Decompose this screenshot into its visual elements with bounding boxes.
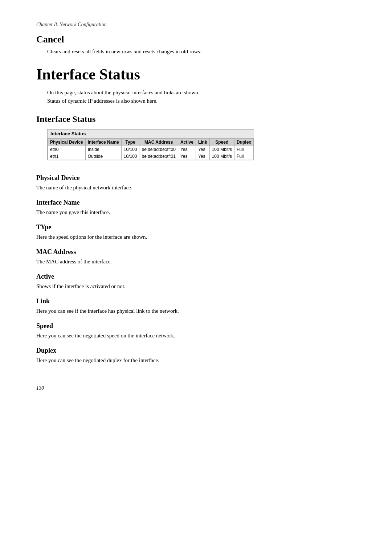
- page-number: 130: [36, 385, 356, 391]
- col-header-mac-address: MAC Address: [139, 139, 178, 146]
- active-description: Shows if the interface is activated or n…: [36, 283, 356, 290]
- table-cell: 10/100: [121, 153, 139, 160]
- table-cell: 100 Mbit/s: [209, 153, 234, 160]
- table-cell: Yes: [178, 153, 196, 160]
- interface-name-title: Interface Name: [36, 199, 356, 206]
- cancel-title: Cancel: [36, 34, 356, 45]
- col-header-duplex: Duplex: [234, 139, 253, 146]
- table-body: eth0Inside10/100be:de:ad:be:af:00YesYes1…: [48, 146, 254, 160]
- col-header-type: Type: [121, 139, 139, 146]
- col-header-speed: Speed: [209, 139, 234, 146]
- physical-device-description: The name of the physical network interfa…: [36, 185, 356, 191]
- table-cell: Yes: [178, 146, 196, 153]
- speed-description: Here you can see the negotiated speed on…: [36, 333, 356, 339]
- col-header-physical-device: Physical Device: [48, 139, 86, 146]
- page-description-2: Status of dynamic IP addresses is also s…: [47, 98, 356, 104]
- duplex-description: Here you can see the negotiated duplex f…: [36, 357, 356, 364]
- mac-address-title: MAC Address: [36, 248, 356, 256]
- table-cell: Outside: [85, 153, 121, 160]
- interface-status-table: Physical Device Interface Name Type MAC …: [48, 138, 254, 160]
- interface-status-section-title: Interface Status: [36, 114, 356, 124]
- table-cell: Full: [234, 146, 253, 153]
- table-cell: eth0: [48, 146, 86, 153]
- col-header-link: Link: [196, 139, 209, 146]
- table-cell: Yes: [196, 146, 209, 153]
- page-title: Interface Status: [36, 66, 356, 83]
- table-cell: Inside: [85, 146, 121, 153]
- table-cell: Yes: [196, 153, 209, 160]
- mac-address-description: The MAC address of the interface.: [36, 259, 356, 265]
- table-cell: eth1: [48, 153, 86, 160]
- table-row: eth1Outside10/100be:de:ad:be:af:01YesYes…: [48, 153, 254, 160]
- type-title: TYpe: [36, 223, 356, 231]
- page-description-1: On this page, status about the physical …: [47, 90, 356, 96]
- col-header-interface-name: Interface Name: [85, 139, 121, 146]
- cancel-description: Clears and resets all fields in new rows…: [47, 49, 356, 55]
- duplex-title: Duplex: [36, 347, 356, 354]
- interface-name-description: The name you gave this interface.: [36, 209, 356, 216]
- link-description: Here you can see if the interface has ph…: [36, 308, 356, 314]
- active-title: Active: [36, 273, 356, 280]
- table-cell: be:de:ad:be:af:01: [139, 153, 178, 160]
- table-cell: be:de:ad:be:af:00: [139, 146, 178, 153]
- table-cell: Full: [234, 153, 253, 160]
- table-cell: 100 Mbit/s: [209, 146, 234, 153]
- table-cell: 10/100: [121, 146, 139, 153]
- speed-title: Speed: [36, 322, 356, 330]
- chapter-heading: Chapter 8. Network Configuration: [36, 22, 356, 28]
- widget-title: Interface Status: [48, 130, 254, 138]
- type-description: Here the speed options for the interface…: [36, 234, 356, 240]
- link-title: Link: [36, 297, 356, 305]
- cancel-section: Cancel Clears and resets all fields in n…: [36, 34, 356, 55]
- interface-status-widget: Interface Status Physical Device Interfa…: [47, 129, 254, 160]
- table-row: eth0Inside10/100be:de:ad:be:af:00YesYes1…: [48, 146, 254, 153]
- table-header-row: Physical Device Interface Name Type MAC …: [48, 139, 254, 146]
- physical-device-title: Physical Device: [36, 174, 356, 182]
- col-header-active: Active: [178, 139, 196, 146]
